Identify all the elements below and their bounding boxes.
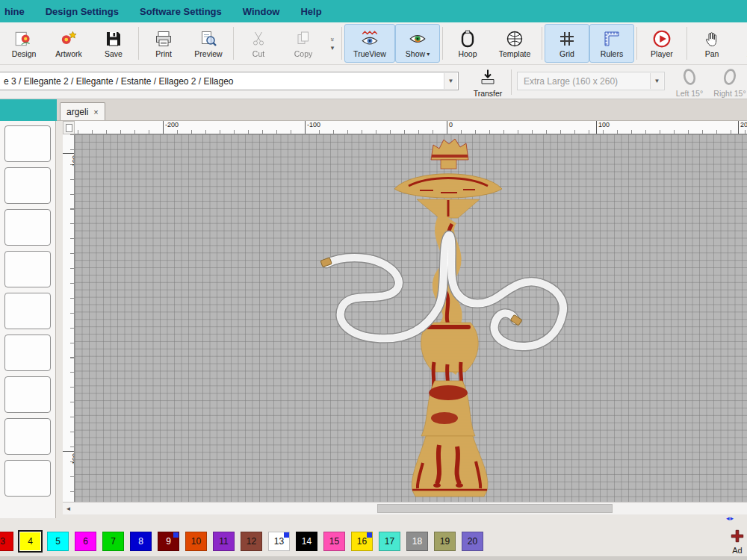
color-swatch-9[interactable]: 9 [158, 532, 179, 551]
color-swatch-15[interactable]: 15 [323, 532, 345, 551]
toolbox-slot[interactable] [4, 418, 51, 455]
color-swatch-18[interactable]: 18 [406, 532, 428, 551]
player-icon [652, 29, 672, 49]
toolbox-slot[interactable] [4, 167, 51, 204]
color-swatch-20[interactable]: 20 [462, 532, 483, 551]
scroll-left-button[interactable]: ◄ [63, 503, 74, 514]
save-button[interactable]: Save [91, 24, 136, 63]
show-button[interactable]: Show▾ [395, 24, 440, 63]
rotate-left-icon [681, 68, 698, 89]
main-toolbar: Design Artwork Save Print Preview [0, 22, 747, 65]
transfer-button[interactable]: Transfer [468, 68, 508, 98]
toolbar-overflow: » ▾ [326, 37, 338, 51]
toolbox-slot[interactable] [4, 125, 51, 162]
dropdown-caret-icon: ▾ [427, 51, 430, 57]
design-button[interactable]: Design [1, 24, 46, 63]
trueview-icon [360, 29, 379, 49]
used-color-mark [173, 532, 179, 538]
color-swatch-6[interactable]: 6 [75, 532, 96, 551]
toolbox-slot[interactable] [4, 335, 51, 371]
color-swatch-5[interactable]: 5 [47, 532, 69, 551]
menu-software-settings[interactable]: Software Settings [140, 6, 222, 17]
toolbar-separator [542, 27, 542, 60]
used-color-mark [284, 532, 289, 538]
close-icon[interactable]: × [93, 108, 98, 116]
transfer-icon [479, 68, 497, 89]
grid-button[interactable]: Grid [545, 24, 589, 63]
toolbar-separator [686, 27, 687, 60]
print-icon [155, 29, 173, 49]
horizontal-scrollbar[interactable]: ◄ [63, 502, 747, 514]
artwork-button[interactable]: Artwork [46, 24, 91, 63]
grid-icon [558, 29, 576, 49]
toolbox-slot[interactable] [4, 460, 51, 497]
color-swatch-14[interactable]: 14 [296, 532, 317, 551]
copy-button: Copy [281, 24, 326, 63]
toolbox-slot[interactable] [4, 293, 51, 329]
menu-bar: hine Design Settings Software Settings W… [0, 0, 747, 22]
hruler-label: -200 [163, 121, 179, 134]
page-icon [66, 124, 72, 132]
color-swatch-13[interactable]: 13 [268, 532, 290, 551]
save-icon [105, 29, 123, 49]
preview-button[interactable]: Preview [186, 24, 231, 63]
color-swatch-12[interactable]: 12 [241, 532, 262, 551]
palette-scroll-arrows[interactable]: ◂▸ [726, 514, 734, 522]
vertical-ruler: 100 -100 [63, 134, 75, 502]
artwork-icon [59, 29, 78, 49]
color-swatch-16[interactable]: 16 [351, 532, 373, 551]
pan-button[interactable]: Pan [689, 24, 734, 63]
color-swatch-7[interactable]: 7 [102, 532, 124, 551]
toolbar-separator [511, 69, 512, 95]
ruler-corner [63, 121, 75, 134]
copy-icon [294, 29, 312, 49]
menu-design-settings[interactable]: Design Settings [46, 6, 119, 17]
template-button[interactable]: Template [490, 24, 539, 63]
hruler-label: -100 [305, 121, 320, 134]
toolbox-slot[interactable] [4, 209, 51, 246]
rotate-right-button: Right 15° [710, 68, 747, 98]
used-color-mark [367, 532, 372, 538]
rulers-icon [603, 29, 621, 49]
menu-machine[interactable]: hine [4, 6, 25, 17]
zoom-100-button[interactable]: 1 100% [734, 24, 747, 63]
color-swatch-11[interactable]: 11 [213, 532, 235, 551]
print-button[interactable]: Print [141, 24, 186, 63]
toolbar-separator [442, 27, 443, 60]
menu-window[interactable]: Window [243, 6, 280, 17]
machine-toolbar: e 3 / Ellegante 2 / Ellegante / Estante … [0, 65, 747, 99]
rulers-button[interactable]: Rulers [589, 24, 634, 63]
preview-icon [199, 29, 217, 49]
toolbar-separator [636, 27, 637, 60]
template-icon [506, 29, 524, 49]
color-swatch-3[interactable]: 3 [0, 532, 13, 551]
embroidery-app-window: hine Design Settings Software Settings W… [0, 0, 747, 560]
color-swatch-8[interactable]: 8 [130, 532, 152, 551]
color-swatch-19[interactable]: 19 [434, 532, 456, 551]
machine-select[interactable]: e 3 / Ellegante 2 / Ellegante / Estante … [0, 72, 459, 90]
chevron-down-icon[interactable]: ▼ [444, 73, 457, 89]
toolbox-slot[interactable] [4, 251, 51, 287]
overflow-chevron-icon[interactable]: » [329, 37, 335, 41]
menu-help[interactable]: Help [300, 6, 321, 17]
player-button[interactable]: Player [639, 24, 684, 63]
trueview-button[interactable]: TrueView [344, 24, 395, 63]
overflow-caret-icon[interactable]: ▾ [331, 45, 335, 51]
design-canvas[interactable] [75, 134, 747, 502]
color-swatch-10[interactable]: 10 [185, 532, 207, 551]
hscroll-thumb[interactable] [377, 504, 613, 513]
color-palette-bar: 3 4 5 6 7 8 9 10 11 12 13 14 15 16 17 18… [0, 526, 747, 556]
toolbar-separator [233, 27, 234, 60]
tab-argeli[interactable]: argeli × [60, 102, 105, 120]
add-color-button[interactable]: Ad [722, 529, 747, 555]
color-swatch-17[interactable]: 17 [379, 532, 400, 551]
hruler-label: 100 [596, 121, 610, 134]
scroll-left-icon: ◄ [66, 505, 72, 512]
embroidery-design-hookah[interactable] [75, 134, 747, 502]
toolbox-slot[interactable] [4, 376, 51, 413]
hoop-button[interactable]: Hoop [445, 24, 490, 63]
document-tab-bar: argeli × [57, 99, 747, 121]
color-swatch-4-selected[interactable]: 4 [19, 532, 41, 551]
toolbar-separator [138, 27, 139, 60]
horizontal-ruler: -200 -100 0 100 200 [75, 121, 747, 134]
